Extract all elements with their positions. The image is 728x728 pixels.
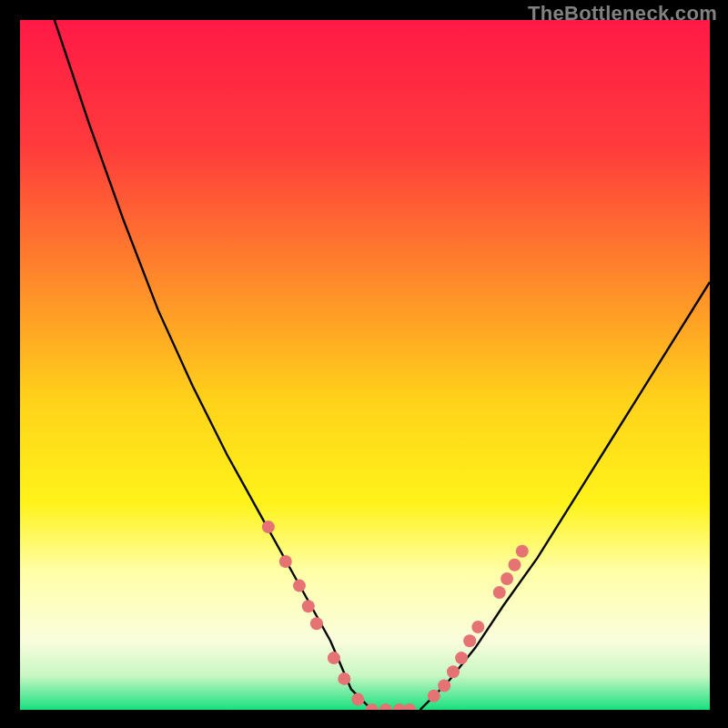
markers-left: [262, 521, 416, 710]
data-marker: [403, 703, 416, 710]
data-marker: [509, 559, 521, 571]
data-marker: [447, 665, 460, 678]
data-marker: [516, 545, 529, 558]
data-marker: [379, 703, 392, 710]
watermark-text: TheBottleneck.com: [528, 2, 717, 25]
curve-left-branch: [55, 20, 372, 710]
data-marker: [463, 634, 476, 647]
curve-right-branch: [420, 282, 710, 710]
outer-frame: TheBottleneck.com: [0, 0, 728, 728]
data-marker: [338, 672, 350, 685]
data-marker: [471, 621, 484, 633]
markers-right: [428, 545, 529, 703]
bottleneck-curve: [20, 20, 710, 710]
data-marker: [262, 521, 275, 533]
data-marker: [302, 600, 315, 612]
data-marker: [351, 693, 364, 706]
data-marker: [500, 572, 513, 585]
data-marker: [428, 690, 440, 703]
data-marker: [293, 580, 306, 592]
data-marker: [279, 555, 292, 568]
data-marker: [493, 586, 506, 599]
plot-area: [20, 20, 710, 710]
data-marker: [310, 617, 323, 630]
data-marker: [328, 652, 340, 664]
data-marker: [438, 680, 450, 693]
data-marker: [455, 652, 468, 664]
